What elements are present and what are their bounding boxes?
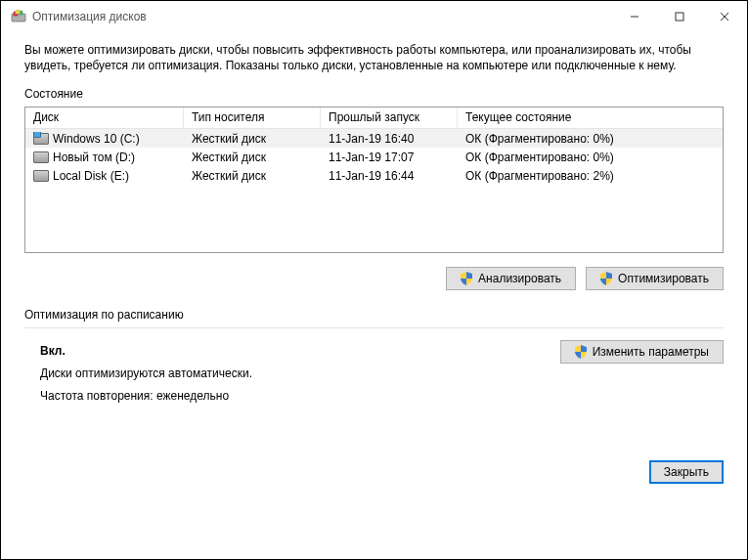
intro-text: Вы можете оптимизировать диски, чтобы по…: [24, 42, 724, 73]
drives-table: Диск Тип носителя Прошлый запуск Текущее…: [24, 107, 724, 253]
schedule-auto: Диски оптимизируются автоматически.: [40, 363, 252, 385]
close-dialog-button[interactable]: Закрыть: [649, 460, 724, 484]
schedule-on: Вкл.: [40, 340, 252, 363]
optimize-label: Оптимизировать: [618, 272, 709, 285]
drive-name: Local Disk (E:): [53, 169, 129, 183]
col-disk[interactable]: Диск: [25, 108, 184, 128]
shield-icon: [575, 345, 587, 359]
drive-icon: [33, 170, 49, 182]
table-row[interactable]: Local Disk (E:) Жесткий диск 11-Jan-19 1…: [25, 166, 723, 185]
drive-media: Жесткий диск: [184, 132, 321, 146]
close-button[interactable]: [702, 1, 747, 32]
drive-lastrun: 11-Jan-19 16:40: [321, 132, 458, 146]
change-settings-button[interactable]: Изменить параметры: [560, 340, 724, 364]
drive-icon: [33, 133, 49, 145]
table-row[interactable]: Новый том (D:) Жесткий диск 11-Jan-19 17…: [25, 148, 723, 166]
drive-status: ОК (Фрагментировано: 0%): [458, 132, 723, 146]
window-title: Оптимизация дисков: [32, 10, 612, 23]
svg-rect-3: [16, 10, 20, 14]
analyze-button[interactable]: Анализировать: [446, 267, 576, 290]
drive-status: ОК (Фрагментировано: 0%): [458, 151, 723, 164]
close-label: Закрыть: [664, 465, 709, 479]
col-media[interactable]: Тип носителя: [184, 108, 321, 128]
schedule-freq: Частота повторения: еженедельно: [40, 385, 252, 408]
divider: [24, 327, 724, 328]
status-label: Состояние: [24, 87, 724, 101]
drive-name: Windows 10 (C:): [53, 132, 140, 146]
drive-status: ОК (Фрагментировано: 2%): [458, 169, 723, 183]
analyze-label: Анализировать: [478, 272, 561, 285]
maximize-button[interactable]: [657, 1, 702, 32]
shield-icon: [600, 272, 612, 285]
optimize-button[interactable]: Оптимизировать: [586, 267, 724, 290]
shield-icon: [461, 272, 472, 285]
drive-lastrun: 11-Jan-19 16:44: [321, 169, 458, 183]
drive-icon: [33, 151, 49, 163]
change-label: Изменить параметры: [593, 345, 709, 359]
col-current[interactable]: Текущее состояние: [458, 108, 723, 128]
drive-lastrun: 11-Jan-19 17:07: [321, 151, 458, 164]
svg-rect-5: [676, 13, 683, 21]
drive-media: Жесткий диск: [184, 169, 321, 183]
col-lastrun[interactable]: Прошлый запуск: [321, 108, 458, 128]
drive-media: Жесткий диск: [184, 151, 321, 164]
minimize-button[interactable]: [612, 1, 657, 32]
table-row[interactable]: Windows 10 (C:) Жесткий диск 11-Jan-19 1…: [25, 129, 723, 148]
app-icon: [11, 9, 26, 24]
drive-name: Новый том (D:): [53, 151, 135, 164]
schedule-heading: Оптимизация по расписанию: [24, 308, 724, 322]
